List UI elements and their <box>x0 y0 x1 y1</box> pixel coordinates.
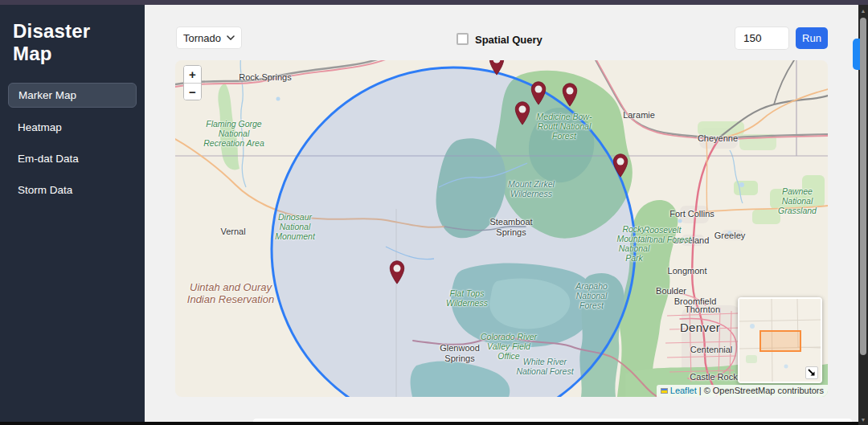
map-attribution: Leaflet | © OpenStreetMap contributors <box>657 385 828 397</box>
osm-attribution: © OpenStreetMap contributors <box>704 386 824 395</box>
minimap-toggle-button[interactable] <box>805 366 818 379</box>
minimap[interactable] <box>738 297 822 383</box>
attribution-separator: | <box>699 386 702 395</box>
zoom-out-button[interactable]: − <box>184 83 201 100</box>
window-bottom-strip <box>0 422 868 425</box>
spatial-query-label: Spatial Query <box>475 34 542 46</box>
leaflet-map[interactable]: Rock SpringsFlaming Gorge National Recre… <box>175 60 828 397</box>
minimap-collapse-icon <box>808 369 816 377</box>
zoom-in-button[interactable]: + <box>184 66 201 83</box>
minimap-extent-rect[interactable] <box>760 330 801 352</box>
run-button[interactable]: Run <box>796 27 828 49</box>
disaster-type-select[interactable]: Tornado <box>177 27 241 48</box>
sidebar-item-marker-map[interactable]: Marker Map <box>8 83 137 108</box>
window-top-strip <box>0 0 868 5</box>
map-marker-pin[interactable] <box>489 60 506 76</box>
sidebar: Disaster Map Marker Map Heatmap Em-dat D… <box>0 5 145 422</box>
sidebar-item-emdat-data[interactable]: Em-dat Data <box>8 147 137 170</box>
radius-input[interactable] <box>735 27 788 49</box>
map-tiles <box>175 60 828 397</box>
map-marker-pin[interactable] <box>612 153 629 178</box>
scrollbar-thumb[interactable] <box>860 18 866 355</box>
chevron-down-icon <box>227 35 235 40</box>
map-marker-pin[interactable] <box>530 81 547 105</box>
scroll-down-arrow[interactable]: ▼ <box>858 414 868 425</box>
side-panel-tab[interactable] <box>853 39 860 70</box>
leaflet-link[interactable]: Leaflet <box>670 386 697 395</box>
zoom-control: + − <box>183 65 202 100</box>
map-marker-pin[interactable] <box>562 83 579 107</box>
app-title: Disaster Map <box>0 5 145 76</box>
sidebar-item-storm-data[interactable]: Storm Data <box>8 178 137 202</box>
app-window: Disaster Map Marker Map Heatmap Em-dat D… <box>0 0 868 425</box>
sidebar-nav: Marker Map Heatmap Em-dat Data Storm Dat… <box>0 76 145 208</box>
spatial-query-checkbox[interactable] <box>457 33 469 45</box>
sidebar-item-heatmap[interactable]: Heatmap <box>8 116 137 139</box>
ukraine-flag-icon <box>661 388 668 394</box>
disaster-type-value: Tornado <box>183 32 221 44</box>
map-marker-pin[interactable] <box>389 260 406 284</box>
map-marker-pin[interactable] <box>514 101 531 125</box>
scroll-up-arrow[interactable]: ▲ <box>858 5 868 16</box>
